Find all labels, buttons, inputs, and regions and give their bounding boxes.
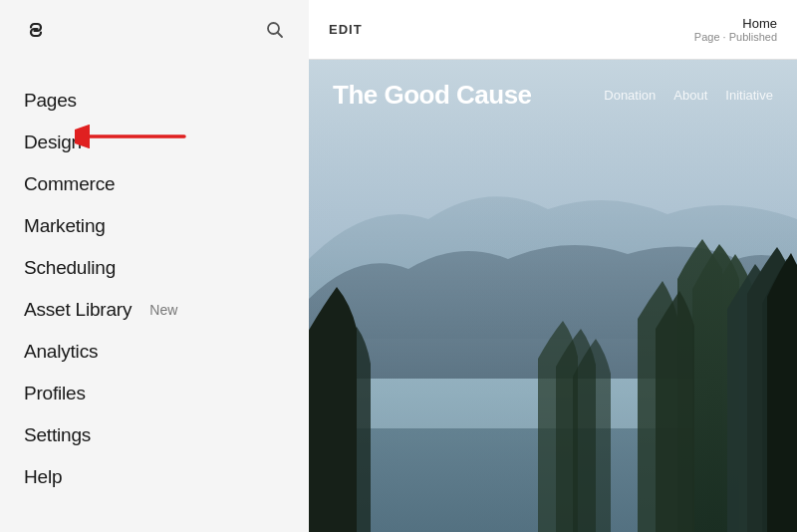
site-nav-links: Donation About Initiative (604, 88, 773, 103)
nav-link-donation: Donation (604, 88, 656, 103)
sidebar-item-analytics[interactable]: Analytics (0, 331, 309, 373)
squarespace-logo[interactable] (20, 14, 52, 46)
sidebar-item-pages-label: Pages (24, 90, 77, 112)
sidebar-item-design-label: Design (24, 132, 82, 153)
sidebar-header (0, 0, 309, 60)
sidebar-item-marketing-label: Marketing (24, 215, 106, 237)
nav-items: Pages Design Commerce Marketing Scheduli… (0, 60, 309, 532)
svg-line-1 (278, 33, 283, 38)
sidebar-item-design[interactable]: Design (0, 122, 309, 163)
sidebar-item-profiles[interactable]: Profiles (0, 373, 309, 414)
sidebar-item-pages[interactable]: Pages (0, 80, 309, 122)
sidebar-item-asset-library[interactable]: Asset Library New (0, 289, 309, 331)
page-status: Page · Published (694, 31, 777, 43)
sidebar-item-help[interactable]: Help (0, 456, 309, 498)
sidebar-item-commerce-label: Commerce (24, 173, 115, 195)
site-title: The Good Cause (333, 80, 532, 111)
sidebar-item-analytics-label: Analytics (24, 341, 98, 363)
sidebar: Pages Design Commerce Marketing Scheduli… (0, 0, 309, 532)
sidebar-item-asset-library-badge: New (149, 302, 177, 318)
website-background: The Good Cause Donation About Initiative (309, 60, 797, 532)
sidebar-item-commerce[interactable]: Commerce (0, 163, 309, 205)
sidebar-item-help-label: Help (24, 466, 62, 488)
page-info: Home Page · Published (694, 16, 777, 43)
page-name: Home (694, 16, 777, 31)
site-nav: The Good Cause Donation About Initiative (309, 60, 797, 131)
sidebar-item-scheduling[interactable]: Scheduling (0, 247, 309, 289)
nav-link-about: About (673, 88, 707, 103)
sidebar-item-scheduling-label: Scheduling (24, 257, 116, 279)
search-button[interactable] (261, 16, 289, 44)
nav-link-initiative: Initiative (725, 88, 773, 103)
sidebar-item-asset-library-label: Asset Library (24, 299, 132, 321)
sidebar-item-settings[interactable]: Settings (0, 414, 309, 456)
sidebar-item-settings-label: Settings (24, 424, 91, 446)
edit-label: EDIT (329, 22, 363, 37)
main-content: EDIT Home Page · Published (309, 0, 797, 532)
sidebar-item-profiles-label: Profiles (24, 383, 86, 404)
top-bar: EDIT Home Page · Published (309, 0, 797, 60)
landscape-svg (309, 60, 797, 532)
website-preview: The Good Cause Donation About Initiative (309, 60, 797, 532)
sidebar-item-marketing[interactable]: Marketing (0, 205, 309, 247)
